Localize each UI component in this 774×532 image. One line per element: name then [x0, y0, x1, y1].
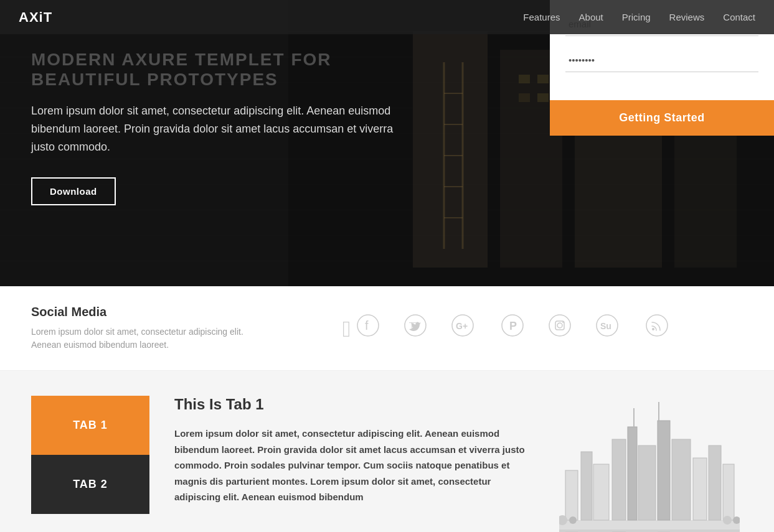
svg-point-37 [652, 328, 654, 330]
tab-2[interactable]: TAB 2 [31, 455, 149, 514]
tabs-content: This Is Tab 1 Lorem ipsum dolor sit amet… [149, 396, 556, 532]
nav-reviews[interactable]: Reviews [669, 12, 705, 22]
instagram-icon[interactable] [549, 314, 571, 342]
svg-text:P: P [509, 320, 517, 332]
facebook-icon[interactable]:  f [342, 314, 379, 342]
svg-point-32 [557, 323, 562, 328]
svg-rect-39 [565, 470, 578, 520]
tab-content-body: Lorem ipsum dolor sit amet, consectetur … [174, 426, 531, 505]
twitter-icon[interactable]: 𝕋 [404, 314, 427, 342]
tab-content-title: This Is Tab 1 [174, 396, 531, 413]
svg-rect-42 [612, 439, 626, 520]
getting-started-button[interactable]: Getting Started [550, 100, 774, 136]
svg-point-33 [562, 322, 564, 323]
svg-text:G+: G+ [456, 321, 468, 331]
svg-rect-12 [519, 75, 530, 83]
svg-text:f: f [365, 319, 369, 332]
pinterest-icon[interactable]: P [501, 314, 524, 342]
city-skyline-svg [559, 396, 740, 532]
social-text-block: Social Media Lorem ipsum dolor sit amet,… [31, 305, 268, 352]
navbar: AXiT Features About Pricing Reviews Cont… [0, 0, 774, 34]
svg-rect-47 [693, 458, 707, 520]
svg-rect-48 [709, 446, 721, 520]
svg-point-36 [646, 315, 668, 336]
social-icons-row:  f 𝕋 G+ P [268, 314, 743, 342]
social-section: Social Media Lorem ipsum dolor sit amet,… [0, 286, 774, 371]
social-heading: Social Media [31, 305, 268, 319]
tabs-sidebar: TAB 1 TAB 2 [31, 396, 149, 532]
svg-rect-43 [628, 427, 637, 520]
rss-icon[interactable] [646, 314, 668, 342]
google-plus-icon[interactable]: G+ [451, 314, 476, 342]
social-description: Lorem ipsum dolor sit amet, consectetur … [31, 325, 268, 352]
svg-rect-56 [559, 530, 740, 532]
navbar-logo: AXiT [19, 9, 52, 26]
city-illustration [556, 396, 743, 532]
svg-point-53 [569, 516, 577, 524]
svg-text:Su: Su [600, 321, 611, 331]
hero-section: AXiT Features About Pricing Reviews Cont… [0, 0, 774, 286]
svg-rect-46 [672, 439, 691, 520]
svg-rect-49 [723, 464, 734, 520]
hero-title: MODERN AXURE TEMPLET FOR BEAUTIFUL PROTO… [31, 50, 405, 90]
svg-rect-13 [537, 75, 549, 83]
download-button[interactable]: Download [31, 177, 116, 205]
svg-rect-41 [593, 464, 609, 520]
nav-pricing[interactable]: Pricing [622, 12, 651, 22]
password-field[interactable] [565, 49, 758, 72]
nav-contact[interactable]: Contact [723, 12, 755, 22]
stumbleupon-icon[interactable]: Su [596, 314, 621, 342]
nav-about[interactable]: About [579, 12, 603, 22]
svg-rect-14 [519, 93, 530, 102]
svg-point-54 [723, 516, 732, 525]
tabs-section: TAB 1 TAB 2 This Is Tab 1 Lorem ipsum do… [0, 371, 774, 532]
nav-features[interactable]: Features [523, 12, 560, 22]
svg-rect-15 [537, 93, 549, 102]
tab-1[interactable]: TAB 1 [31, 396, 149, 455]
svg-rect-40 [581, 452, 592, 520]
svg-rect-44 [638, 446, 656, 520]
svg-point-30 [549, 315, 570, 336]
navbar-links: Features About Pricing Reviews Contact [523, 12, 755, 22]
svg-rect-45 [658, 421, 670, 520]
tabs-layout: TAB 1 TAB 2 This Is Tab 1 Lorem ipsum do… [31, 396, 743, 532]
hero-subtitle: Lorem ipsum dolor sit amet, consectetur … [31, 102, 405, 156]
